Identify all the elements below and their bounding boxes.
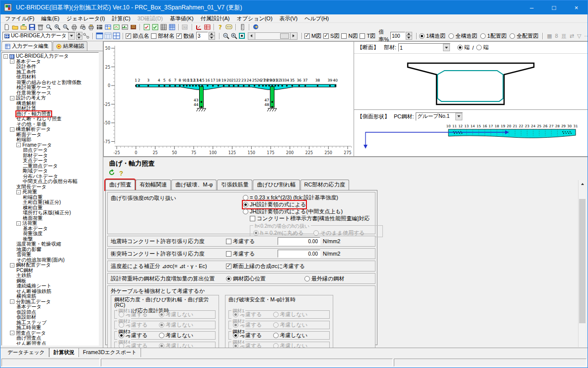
tree-item[interactable]: 部材データ [2, 153, 98, 159]
scale-input[interactable] [390, 32, 405, 40]
form-tab[interactable]: RC部材の応力度 [300, 180, 349, 190]
check-earthquake-consider[interactable]: 考慮する [226, 238, 278, 245]
view-mode-select[interactable]: UC-BRIDGE入力データ [2, 32, 75, 40]
expand-minus-icon[interactable]: - [10, 299, 14, 304]
check-member-name[interactable]: 部材名 [151, 32, 174, 40]
radio-end-j[interactable]: 端 [476, 44, 489, 51]
tree-item[interactable]: 中間支点上の仮想分布幅 [2, 179, 98, 184]
close-button[interactable]: × [565, 0, 588, 14]
form-scrollbar[interactable] [578, 180, 586, 347]
maximize-button[interactable]: □ [543, 0, 565, 14]
check-impact-consider[interactable]: 考慮する [226, 250, 278, 258]
menu-item[interactable]: オプション(O) [233, 14, 276, 23]
tree-item[interactable]: 基本データ [2, 304, 98, 310]
zoom-minus-icon[interactable] [222, 32, 229, 39]
expand-minus-icon[interactable]: - [3, 54, 8, 59]
expand-minus-icon[interactable]: - [10, 96, 14, 100]
check-n-diagram[interactable]: N図 [341, 32, 358, 40]
page-setup-icon[interactable] [87, 23, 95, 30]
menu-item[interactable]: 表示(V) [276, 14, 301, 23]
earthquake-value-input[interactable] [278, 237, 320, 245]
tree-item[interactable]: 検討荷重ケース [2, 85, 98, 91]
tree-item[interactable]: -死荷重 [2, 189, 98, 195]
elevation-panel[interactable]: 50250-25-50-75-2502550751001251501752002… [103, 41, 354, 157]
open-project-icon[interactable] [20, 23, 27, 30]
expand-minus-icon[interactable]: - [16, 190, 21, 194]
check-value[interactable]: 数値 [176, 32, 194, 40]
tree-item[interactable]: 仮設部材 [2, 315, 98, 320]
tools-icon[interactable] [130, 23, 137, 30]
tree-item[interactable]: 施工時荷重 [2, 325, 98, 331]
form-tab[interactable]: 有効幅関連 [136, 180, 171, 190]
window-layout3-icon[interactable] [113, 32, 120, 39]
tree-item[interactable]: -構造解析データ [2, 127, 98, 132]
dimension-icon[interactable] [195, 23, 203, 30]
calc-table-icon[interactable] [160, 23, 167, 30]
tab-result-check[interactable]: 結果確認 [53, 41, 87, 51]
zoom-in-icon[interactable] [54, 23, 61, 30]
menu-item[interactable]: 基準値(K) [166, 14, 197, 23]
tree-item[interactable]: 荷重強度 [2, 231, 98, 237]
expand-minus-icon[interactable]: - [10, 127, 14, 132]
expand-minus-icon[interactable]: - [16, 143, 21, 147]
radio-jh-formula-mid[interactable]: JH設計要領の式による(中間支点上も) [243, 208, 343, 215]
tree-item[interactable]: 連続繊維シート [2, 283, 98, 289]
tip-icon[interactable] [225, 23, 233, 30]
tree-item[interactable]: 温度荷重・乾燥収縮 [2, 242, 98, 247]
calc-check-icon[interactable] [151, 23, 159, 30]
link-nodes-icon[interactable] [83, 32, 90, 39]
scale-spinner[interactable] [406, 32, 412, 40]
delete-icon[interactable] [37, 23, 44, 30]
exit-app-icon[interactable] [252, 23, 260, 30]
tree-item[interactable]: 部材計算 [2, 106, 98, 111]
refresh-icon[interactable] [108, 169, 115, 177]
decimal-spinner[interactable] [209, 32, 215, 40]
input-sheet-icon[interactable] [104, 23, 112, 30]
tree-item[interactable]: 横拘束筋 [2, 294, 98, 299]
radio-fck-formula[interactable]: = 0.23 x fck^(2/3) (fck:設計基準強度) [243, 194, 338, 201]
radio-1配置図[interactable]: 1配置図 [480, 32, 507, 40]
radio-consider-yes[interactable]: 考慮する [233, 332, 262, 339]
menu-item[interactable]: ジェネレータ(I) [63, 14, 109, 23]
pc-group-select[interactable]: グループNo.1 [416, 112, 463, 121]
tree-item[interactable]: 基本データ [2, 226, 98, 232]
impact-value-input[interactable] [278, 250, 320, 258]
tree-item[interactable]: 二重節点データ [2, 164, 98, 169]
form-tab[interactable]: 曲げ照査 [105, 180, 135, 190]
tree-item[interactable]: 支点データ [2, 158, 98, 164]
tree-item[interactable]: 主桁自重(補正分) [2, 200, 98, 205]
form-tab[interactable]: 引張鉄筋量 [217, 180, 252, 190]
menu-item[interactable]: 編集(E) [38, 14, 63, 23]
tree-item[interactable]: 節点データ [2, 148, 98, 153]
tree-item[interactable]: -UC-BRIDGE入力データ [2, 54, 98, 59]
check-temperature-consider[interactable]: 断面上縁の合成σcに考慮する [226, 263, 305, 270]
tree-item[interactable]: 場所打ち床版(補正分) [2, 210, 98, 216]
expand-minus-icon[interactable]: - [16, 221, 21, 226]
radio-jh-formula[interactable]: JH設計要領の式による [243, 201, 306, 208]
tree-item[interactable]: 剛域データ [2, 169, 98, 174]
expand-minus-icon[interactable]: - [10, 263, 14, 268]
minimize-button[interactable]: – [520, 0, 543, 14]
tree-item[interactable]: 雪荷重 [2, 252, 98, 258]
tree-item[interactable]: 橋面荷重 [2, 216, 98, 221]
check-t-diagram[interactable]: T図 [360, 32, 375, 40]
window-layout1-icon[interactable] [96, 32, 103, 39]
radio-全構造図[interactable]: 全構造図 [448, 32, 477, 40]
zoom-window-icon[interactable] [62, 23, 70, 30]
expand-minus-icon[interactable]: - [10, 59, 14, 64]
radio-steel-centroid[interactable]: 鋼材図心位置 [226, 275, 304, 282]
bottom-tab[interactable]: 計算状況 [49, 348, 79, 358]
scale-bar-icon[interactable] [239, 23, 246, 30]
generator-icon[interactable] [113, 23, 120, 30]
menu-item[interactable]: 3D確認(D) [134, 14, 166, 23]
zoom-plus-icon[interactable] [230, 32, 237, 39]
check-concrete-standard[interactable]: コンクリート標準示方書[構造性能照査編]対応 [250, 215, 369, 222]
bottom-tab[interactable]: データチェック [3, 348, 49, 357]
calc-input-icon[interactable] [143, 23, 150, 30]
radio-consider-no[interactable]: 考慮しない [159, 332, 194, 339]
tree-item[interactable]: せん断照査点 [2, 341, 98, 346]
tree-item[interactable]: せん断・ねじり照査 [2, 116, 98, 122]
save-icon[interactable] [28, 23, 36, 30]
tree-item[interactable]: -設計の考え方 [2, 95, 98, 101]
check-s-diagram[interactable]: S図 [323, 32, 339, 40]
